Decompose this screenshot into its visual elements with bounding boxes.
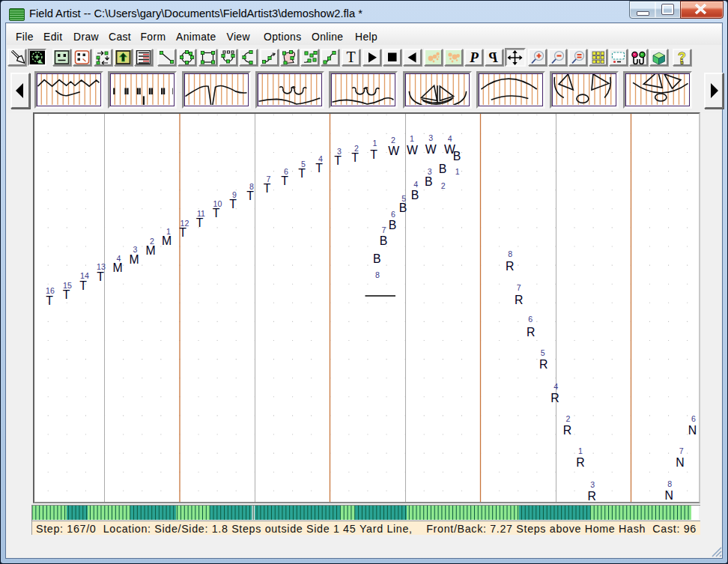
svg-text:5: 5 <box>301 160 306 169</box>
svg-text:8: 8 <box>667 479 672 488</box>
svg-text:4: 4 <box>553 382 558 391</box>
svg-text:3: 3 <box>133 245 138 254</box>
svg-text:15: 15 <box>63 281 72 290</box>
svg-text:R: R <box>539 358 547 371</box>
svg-text:13: 13 <box>97 262 106 271</box>
svg-text:R: R <box>587 490 595 503</box>
svg-text:T: T <box>196 216 204 229</box>
svg-text:N: N <box>676 456 684 469</box>
svg-text:3: 3 <box>590 480 595 489</box>
svg-text:8: 8 <box>249 182 254 191</box>
svg-text:B: B <box>453 150 461 163</box>
svg-text:1: 1 <box>373 139 377 148</box>
svg-text:B: B <box>380 234 388 247</box>
svg-text:P: P <box>488 50 498 64</box>
svg-text:10: 10 <box>213 199 222 208</box>
svg-text:6: 6 <box>391 210 395 219</box>
svg-text:7: 7 <box>517 283 521 292</box>
svg-text:12: 12 <box>181 219 189 228</box>
svg-text:W: W <box>407 144 418 157</box>
svg-text:T: T <box>346 50 355 64</box>
svg-text:8: 8 <box>375 270 380 279</box>
svg-text:3: 3 <box>428 133 433 142</box>
svg-text:2: 2 <box>150 237 154 246</box>
svg-text:2: 2 <box>354 144 359 153</box>
svg-text:R: R <box>506 260 514 273</box>
svg-text:B: B <box>389 219 397 231</box>
svg-text:T: T <box>351 151 359 164</box>
svg-text:1: 1 <box>410 134 414 143</box>
svg-text:3: 3 <box>337 147 342 156</box>
svg-text:14: 14 <box>80 271 89 280</box>
svg-text:5: 5 <box>401 194 406 203</box>
svg-text:R: R <box>515 294 523 306</box>
svg-text:4: 4 <box>117 254 121 263</box>
svg-text:3: 3 <box>428 167 432 176</box>
svg-text:16: 16 <box>46 286 55 295</box>
svg-text:7: 7 <box>382 225 386 234</box>
svg-text:T: T <box>46 294 53 307</box>
svg-text:M: M <box>112 261 122 274</box>
svg-text:6: 6 <box>284 167 288 176</box>
svg-text:1: 1 <box>455 167 460 176</box>
svg-text:B: B <box>411 189 419 201</box>
svg-text:W: W <box>388 145 399 157</box>
svg-text:T: T <box>264 182 271 195</box>
svg-text:6: 6 <box>528 315 533 324</box>
svg-text:T: T <box>246 189 254 202</box>
svg-text:4: 4 <box>318 154 323 163</box>
svg-text:T: T <box>63 288 70 301</box>
svg-text:R: R <box>563 424 571 437</box>
svg-text:T: T <box>298 167 306 180</box>
svg-text:T: T <box>334 154 342 167</box>
svg-text:T: T <box>229 198 237 210</box>
svg-text:2: 2 <box>566 414 571 423</box>
svg-text:N: N <box>664 489 673 502</box>
svg-text:T: T <box>370 148 377 161</box>
svg-text:M: M <box>145 244 155 257</box>
svg-text:W: W <box>425 143 437 156</box>
svg-text:2: 2 <box>441 181 446 190</box>
svg-text:T: T <box>315 162 323 175</box>
svg-text:5: 5 <box>541 348 545 357</box>
svg-text:B: B <box>439 163 447 175</box>
svg-text:8: 8 <box>508 249 512 258</box>
svg-text:4: 4 <box>448 134 452 143</box>
svg-text:11: 11 <box>197 209 205 218</box>
svg-text:M: M <box>162 234 172 247</box>
svg-text:T: T <box>281 175 288 187</box>
svg-text:T: T <box>179 226 186 239</box>
svg-text:4: 4 <box>413 180 418 189</box>
svg-text:7: 7 <box>267 175 271 184</box>
svg-text:B: B <box>399 201 407 214</box>
svg-text:N: N <box>688 424 697 437</box>
svg-text:B: B <box>373 252 381 265</box>
svg-text:T: T <box>79 279 87 292</box>
svg-text:1: 1 <box>166 227 171 236</box>
svg-text:R: R <box>527 326 535 339</box>
svg-text:7: 7 <box>679 446 684 455</box>
svg-text:6: 6 <box>691 414 696 423</box>
svg-text:T: T <box>97 270 104 283</box>
svg-text:2: 2 <box>391 136 395 145</box>
svg-text:P: P <box>469 50 479 64</box>
svg-text:9: 9 <box>232 190 237 199</box>
svg-text:1: 1 <box>578 446 583 455</box>
svg-text:R: R <box>576 456 584 469</box>
svg-text:R: R <box>550 392 559 404</box>
svg-text:T: T <box>213 207 220 219</box>
svg-text:M: M <box>129 253 139 266</box>
svg-text:B: B <box>425 175 433 188</box>
